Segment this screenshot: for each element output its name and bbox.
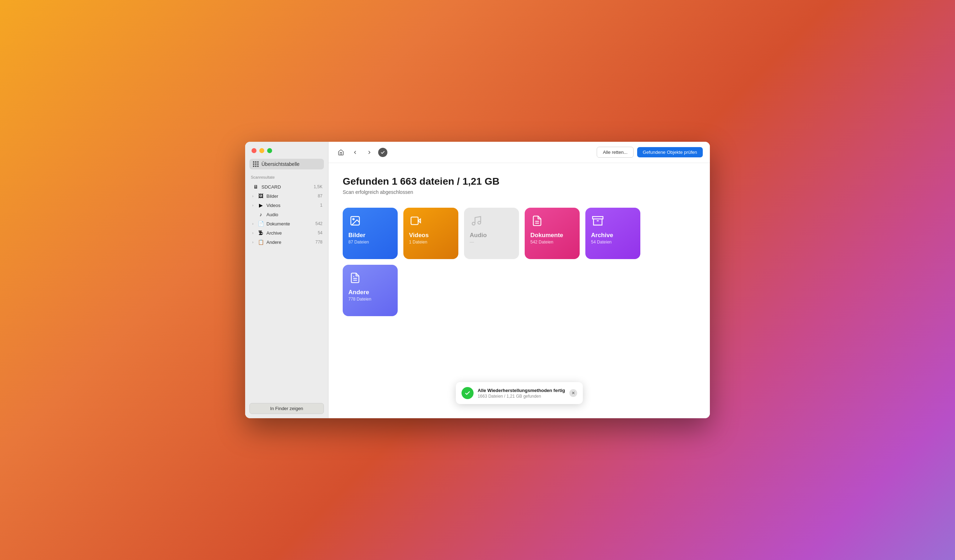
toast-subtitle: 1663 Dateien / 1,21 GB gefunden [478, 394, 565, 399]
back-button[interactable] [350, 147, 360, 158]
image-icon: 🖼 [257, 193, 264, 199]
sidebar-item-sdcard-label: SDCARD [261, 184, 314, 190]
sidebar-item-videos-label: Videos [266, 203, 320, 208]
video-icon: ▶ [257, 202, 264, 208]
svg-point-5 [478, 221, 481, 224]
close-button[interactable] [252, 148, 257, 153]
sidebar-item-archive-label: Archive [266, 230, 318, 236]
main-content: Gefunden 1 663 dateien / 1,21 GB Scan er… [329, 163, 710, 418]
bilder-card-title: Bilder [348, 232, 392, 239]
found-title: Gefunden 1 663 dateien / 1,21 GB [343, 176, 696, 187]
archive-card-icon [591, 214, 604, 228]
chevron-icon: › [252, 240, 257, 244]
chevron-icon: › [252, 231, 257, 235]
card-audio[interactable]: Audio — [464, 208, 519, 259]
home-button[interactable] [336, 147, 346, 158]
sidebar-item-sdcard-count: 1,5K [314, 184, 323, 189]
andere-card-count: 778 Dateien [348, 296, 392, 302]
sidebar-item-andere[interactable]: › 📋 Andere 778 [247, 237, 327, 247]
svg-point-1 [352, 218, 354, 220]
grid-icon [253, 161, 258, 167]
archive-card-title: Archive [591, 232, 635, 239]
card-videos[interactable]: Videos 1 Dateien [403, 208, 458, 259]
chevron-icon: › [252, 203, 257, 207]
sidebar-item-bilder[interactable]: › 🖼 Bilder 87 [247, 191, 327, 201]
traffic-lights [245, 148, 328, 159]
scanresultate-label: Scanresultate [245, 175, 328, 182]
finder-button[interactable]: In Finder zeigen [249, 403, 324, 414]
sidebar-item-dokumente-count: 542 [315, 221, 323, 226]
sidebar-item-archive[interactable]: › 🗜 Archive 54 [247, 228, 327, 237]
svg-rect-2 [411, 217, 418, 225]
toast-notification: Alle Wiederherstellungsmethoden fertig 1… [456, 382, 582, 404]
found-subtitle: Scan erfolgreich abgeschlossen [343, 189, 696, 195]
sidebar-item-bilder-count: 87 [318, 193, 323, 198]
card-archive[interactable]: Archive 54 Dateien [586, 208, 640, 259]
sidebar-item-videos-count: 1 [320, 203, 323, 208]
bilder-card-count: 87 Dateien [348, 240, 392, 245]
audio-card-title: Audio [470, 232, 514, 239]
sidebar-item-dokumente-label: Dokumente [266, 221, 315, 226]
sidebar-item-audio-label: Audio [266, 212, 323, 217]
videos-card-icon [409, 214, 423, 228]
other-icon: 📋 [257, 239, 264, 245]
overview-button-label: Übersichtstabelle [261, 161, 299, 167]
app-window: Übersichtstabelle Scanresultate 🖥 SDCARD… [245, 142, 710, 418]
card-dokumente[interactable]: Dokumente 542 Dateien [525, 208, 580, 259]
sidebar-bottom: In Finder zeigen [245, 399, 328, 418]
status-icon [378, 148, 387, 157]
chevron-icon: › [252, 194, 257, 198]
sidebar-item-andere-count: 778 [315, 240, 323, 245]
toast-content: Alle Wiederherstellungsmethoden fertig 1… [478, 388, 565, 399]
archive-icon: 🗜 [257, 230, 264, 236]
bilder-card-icon [348, 214, 362, 228]
sidebar-item-dokumente[interactable]: › 📄 Dokumente 542 [247, 219, 327, 228]
audio-card-icon [470, 214, 483, 228]
toast-title: Alle Wiederherstellungsmethoden fertig [478, 388, 565, 393]
card-bilder[interactable]: Bilder 87 Dateien [343, 208, 398, 259]
maximize-button[interactable] [267, 148, 272, 153]
andere-card-icon [348, 271, 362, 285]
sidebar-item-audio[interactable]: ♪ Audio [247, 210, 327, 219]
svg-point-4 [472, 222, 475, 225]
sidebar-item-sdcard[interactable]: 🖥 SDCARD 1,5K [247, 182, 327, 191]
doc-icon: 📄 [257, 221, 264, 226]
toast-check-icon [461, 387, 473, 399]
sidebar-item-bilder-label: Bilder [266, 193, 318, 199]
sidebar-item-archive-count: 54 [318, 230, 323, 236]
videos-card-title: Videos [409, 232, 452, 239]
sidebar-item-andere-label: Andere [266, 240, 315, 245]
sidebar: Übersichtstabelle Scanresultate 🖥 SDCARD… [245, 142, 329, 418]
archive-card-count: 54 Dateien [591, 240, 635, 245]
overview-button[interactable]: Übersichtstabelle [249, 159, 324, 169]
dokumente-card-title: Dokumente [530, 232, 574, 239]
toolbar: Alle retten... Gefundene Objekte prüfen [329, 142, 710, 163]
sidebar-item-videos[interactable]: › ▶ Videos 1 [247, 201, 327, 210]
card-andere[interactable]: Andere 778 Dateien [343, 265, 398, 316]
gefundene-objekte-button[interactable]: Gefundene Objekte prüfen [637, 147, 703, 158]
category-cards: Bilder 87 Dateien Videos 1 Dateien [343, 208, 696, 316]
chevron-icon: › [252, 222, 257, 226]
toast-close-button[interactable]: ✕ [569, 389, 577, 397]
forward-button[interactable] [364, 147, 375, 158]
main-panel: Alle retten... Gefundene Objekte prüfen … [329, 142, 710, 418]
music-icon: ♪ [257, 212, 264, 217]
dokumente-card-count: 542 Dateien [530, 240, 574, 245]
audio-card-count: — [470, 240, 514, 245]
videos-card-count: 1 Dateien [409, 240, 452, 245]
svg-rect-8 [592, 217, 603, 219]
dokumente-card-icon [530, 214, 544, 228]
andere-card-title: Andere [348, 289, 392, 296]
alle-retten-button[interactable]: Alle retten... [597, 147, 633, 158]
drive-icon: 🖥 [252, 184, 259, 190]
minimize-button[interactable] [259, 148, 264, 153]
